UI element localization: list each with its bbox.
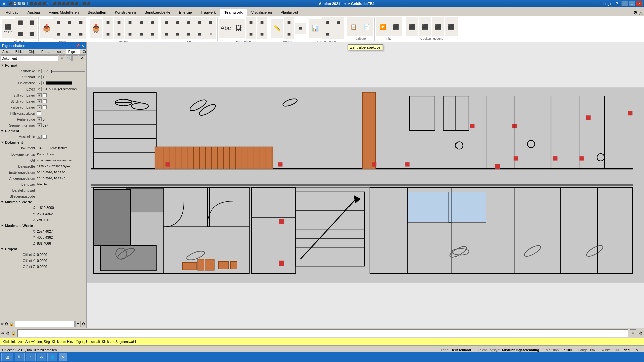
messen-btn-1[interactable]: 📏 (271, 19, 283, 38)
export-btn-3[interactable]: ⬛ (53, 28, 64, 39)
export-btn-6[interactable]: ⬛ (75, 17, 86, 28)
login-button[interactable]: Login (603, 2, 612, 6)
settings-icon[interactable]: ⚙ (633, 10, 638, 15)
taskbar-search-btn[interactable]: 🔍 (15, 353, 25, 361)
import-btn-2[interactable]: ⬛ (103, 17, 113, 28)
bimplus-btn-1[interactable]: ⬛ Bimplus (2, 19, 15, 38)
taskbar-files-btn[interactable]: 🗂 (26, 353, 36, 361)
panel-tool-icon-3[interactable]: 🔒 (9, 322, 14, 326)
arbeitsumgebung-btn-3[interactable]: ⬛ (432, 17, 444, 36)
format-section-header[interactable]: ▼ Format (1, 63, 85, 68)
qat-icon[interactable]: ⬛ (34, 2, 37, 5)
command-icon-1[interactable]: ✏ (1, 331, 5, 336)
andern-btn-1[interactable]: ⬛ (161, 17, 172, 28)
import-btn-5[interactable]: ⬛ (114, 28, 124, 39)
export-btn-1[interactable]: 📤 IFC (40, 19, 53, 38)
dokument-section-header[interactable]: ▼ Dokument (1, 140, 85, 145)
help-button[interactable]: ? (616, 2, 618, 6)
qat-icon[interactable]: ⬛ (62, 2, 65, 5)
panel-tab-bibl[interactable]: Bibl... (13, 49, 26, 54)
panel-tab-co[interactable]: Co... (80, 49, 87, 54)
hilfskonstruktion-checkbox[interactable] (37, 111, 41, 115)
command-dropdown-btn[interactable]: ▼ (630, 329, 636, 337)
minimize-button[interactable]: ─ (621, 1, 628, 6)
panel-filter-dropdown[interactable]: ▼ (75, 321, 81, 327)
import-btn-8[interactable]: ⬛ (136, 17, 147, 28)
auswertungen-btn-5[interactable]: ✕ (333, 28, 344, 39)
tab-teamwork[interactable]: Teamwork (220, 9, 247, 16)
bearbeiten-btn-3[interactable]: ⬛ (246, 17, 256, 28)
command-icon-3[interactable]: 🔒 (11, 331, 16, 336)
tab-benutzerobekte[interactable]: Benutzerobekte (140, 9, 175, 16)
import-btn-11[interactable]: ⬛ (147, 28, 158, 39)
taskbar-browser-btn[interactable]: 🌐 (47, 353, 57, 361)
bimplus-btn-2[interactable]: ⬛ (15, 17, 26, 28)
qat-icon[interactable]: ⬛ (75, 2, 78, 5)
qat-icon[interactable]: 💾 (13, 2, 17, 5)
filter-icon-btn[interactable]: ⊿ (72, 55, 78, 61)
command-settings-icon[interactable]: ⚙ (639, 331, 643, 336)
bearbeiten-btn-text[interactable]: Abc (219, 19, 232, 38)
tab-planlayout[interactable]: Planlayout (276, 9, 302, 16)
stift-checkbox[interactable] (43, 93, 47, 97)
panel-filter-input[interactable] (15, 321, 75, 327)
qat-icon[interactable]: ⬛ (57, 2, 61, 5)
close-button[interactable]: ✕ (636, 1, 643, 6)
bimplus-btn-4[interactable]: ⬛ (26, 17, 37, 28)
qat-icon[interactable]: ⬛ (70, 2, 74, 5)
panel-tool-icon-1[interactable]: ✏ (1, 322, 4, 326)
tab-rohbau[interactable]: Rohbau (1, 9, 23, 16)
farbe-checkbox[interactable] (43, 105, 47, 109)
bearbeiten-btn-2[interactable]: 🖼 (232, 19, 245, 38)
expand-icon[interactable]: △ (639, 10, 643, 15)
panel-search-input[interactable] (1, 55, 58, 61)
tab-visualisieren[interactable]: Visualisieren (247, 9, 276, 16)
export-btn-4[interactable]: ⬛ (64, 17, 75, 28)
taskbar-app-btn[interactable]: Λ (59, 353, 67, 361)
andern-btn-9[interactable]: ⬛ (205, 17, 216, 28)
auswertungen-btn-3[interactable]: ⬛ (322, 28, 333, 39)
filter-btn-2[interactable]: ⬛ (389, 17, 402, 36)
import-btn-1[interactable]: 📥 IFC (90, 19, 102, 38)
panel-pin-icon[interactable]: 📌 (76, 44, 80, 48)
panel-tab-ass[interactable]: Ass... (0, 49, 13, 54)
auswertungen-btn-2[interactable]: ⬛ (322, 17, 333, 28)
color-swatch[interactable] (46, 81, 72, 85)
qat-icon[interactable]: 🔄 (22, 2, 25, 5)
panel-tab-eige[interactable]: Eige... (66, 49, 80, 54)
andern-btn-5[interactable]: ⬛ (183, 17, 194, 28)
attribute-btn-2[interactable]: 📄 (360, 17, 373, 36)
bearbeiten-btn-6[interactable]: ⬛ (257, 28, 267, 39)
search-dropdown-btn[interactable]: ▼ (59, 55, 65, 61)
bearbeiten-btn-5[interactable]: ⬛ (257, 17, 267, 28)
filter-btn-1[interactable]: 🔽 (376, 17, 389, 36)
messen-btn-4[interactable]: ⬛ (295, 23, 306, 34)
element-section-header[interactable]: ▼ Element (1, 128, 85, 134)
import-btn-7[interactable]: ⬛ (125, 28, 136, 39)
qat-icon[interactable]: ✕ (47, 2, 49, 5)
tab-energie[interactable]: Energie (175, 9, 196, 16)
maximize-button[interactable]: □ (629, 1, 635, 6)
auswertungen-btn-4[interactable]: ⬛ (333, 17, 344, 28)
qat-icon[interactable]: ⬛ (82, 2, 86, 5)
bimplus-btn-5[interactable]: ⬛ (26, 28, 37, 39)
messen-btn-2[interactable]: ⬛ (284, 17, 294, 28)
andern-btn-4[interactable]: ⬛ (172, 28, 183, 39)
andern-btn-7[interactable]: ⬛ (194, 17, 205, 28)
andern-btn-2[interactable]: ⬛ (161, 28, 172, 39)
panel-settings-btn[interactable]: ⚙ (79, 55, 85, 61)
andern-btn-10[interactable]: ✕ (205, 28, 216, 39)
command-icon-2[interactable]: ⚙ (6, 331, 10, 336)
drawing-area[interactable]: Zentralperspektive (87, 42, 644, 328)
tab-ausbau[interactable]: Ausbau (23, 9, 44, 16)
andern-btn-3[interactable]: ⬛ (172, 17, 183, 28)
maximale-werte-header[interactable]: ▼ Maximale Werte (1, 223, 85, 228)
bearbeiten-btn-4[interactable]: ⬛ (246, 28, 256, 39)
andern-btn-6[interactable]: ⬛ (183, 28, 194, 39)
import-btn-10[interactable]: ⬛ (147, 17, 158, 28)
qat-icon[interactable]: ⬛ (9, 2, 12, 5)
search-icon-btn[interactable]: 🔍 (66, 55, 72, 61)
tab-konstruieren[interactable]: Konstruieren (110, 9, 140, 16)
import-btn-3[interactable]: ⬛ (103, 28, 113, 39)
panel-close-icon[interactable]: ✕ (81, 44, 84, 48)
